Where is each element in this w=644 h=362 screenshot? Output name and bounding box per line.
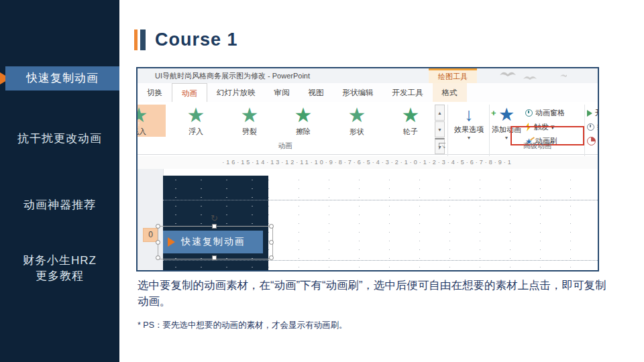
animation-float-in[interactable]: ★↑ 浮入 — [169, 105, 223, 137]
shape-text: 快速复制动画 — [181, 236, 246, 248]
down-arrow-icon: ↓ — [450, 105, 488, 125]
tab-developer[interactable]: 开发工具 — [383, 83, 433, 102]
tab-slideshow[interactable]: 幻灯片放映 — [207, 83, 265, 102]
selection-handle[interactable] — [212, 255, 217, 260]
instruction-paragraph: 选中要复制的动画素材，在“动画”下有“动画刷”，选中后便可自由在想要的素材上点击… — [138, 278, 607, 310]
play-icon — [587, 110, 592, 117]
clock-icon — [587, 123, 594, 131]
tab-shape-edit[interactable]: 形状编辑 — [333, 83, 383, 102]
effect-options-button[interactable]: ↓ 效果选项 ▼ — [450, 105, 488, 140]
animation-wipe[interactable]: ★ 擦除 — [276, 105, 330, 137]
selection-handle[interactable] — [269, 224, 274, 229]
selection-handle[interactable] — [269, 240, 274, 245]
timing-buttons-cut: 开 持 延 — [587, 106, 599, 148]
horizontal-ruler: ·16·15·14·13·12·11·10·9·8·7·6·5·4·3·2·1·… — [138, 156, 598, 170]
star-icon: ★ — [276, 105, 330, 126]
star-icon: ★ — [223, 105, 276, 126]
ribbon: ★↑ 飞入 ★↑ 浮入 ★ 劈裂 ★ 擦除 ★ 形状 ★ 轮子 — [138, 102, 598, 155]
sidebar-item-copy-animation[interactable]: 快速复制动画 — [5, 66, 119, 90]
start-label[interactable]: 开 — [587, 106, 599, 120]
dropdown-caret-icon: ▼ — [450, 135, 488, 140]
star-icon: ★↑ — [169, 105, 223, 126]
contextual-tab-group-drawing-tools: 绘图工具 — [429, 68, 477, 83]
dotted-guide-line — [163, 200, 598, 200]
gallery-scroll-down-icon[interactable]: ▼ — [435, 121, 445, 137]
sidebar-item-change-animation[interactable]: 抗干扰更改动画 — [0, 131, 119, 147]
tab-transitions[interactable]: 切换 — [138, 83, 172, 102]
bullet-triangle-icon — [168, 237, 175, 247]
delay-label[interactable]: 延 — [587, 134, 599, 148]
tab-view[interactable]: 视图 — [299, 83, 333, 102]
ribbon-tab-row: 切换 动画 幻灯片放映 审阅 视图 形状编辑 开发工具 格式 — [138, 83, 598, 102]
heading-accent-bar-orange — [134, 29, 138, 50]
animation-pane-icon — [525, 109, 533, 117]
tab-format[interactable]: 格式 — [433, 83, 467, 102]
star-icon: ★↑ — [136, 105, 166, 126]
animation-fly-in[interactable]: ★↑ 飞入 — [136, 105, 166, 137]
heading-accent-bar-navy — [140, 29, 146, 50]
slide-canvas-area: 0 ↻ 快速复制动画 — [138, 169, 598, 270]
dialog-launcher-icon[interactable]: ↘ — [439, 143, 445, 149]
ppt-window-title: UI导航时尚风格商务展示图为修改 - PowerPoint — [155, 71, 310, 81]
ps-note: * PS：要先选中想要的动画的素材，才会显示有动画刷。 — [138, 320, 607, 331]
selected-text-shape[interactable]: 快速复制动画 — [163, 231, 263, 253]
dotted-guide-line — [163, 260, 598, 261]
selection-handle[interactable] — [156, 240, 160, 245]
rotate-handle-icon[interactable]: ↻ — [211, 213, 218, 223]
selection-handle[interactable] — [156, 255, 160, 260]
slide-page: 快速复制动画 抗干扰更改动画 动画神器推荐 财务小生HRZ 更多教程 Cours… — [0, 0, 644, 362]
animation-split[interactable]: ★ 劈裂 — [223, 105, 276, 137]
ppt-titlebar: UI导航时尚风格商务展示图为修改 - PowerPoint 绘图工具 — [138, 68, 598, 84]
group-label-advanced-animation: 高级动画 — [493, 141, 582, 151]
tab-animations[interactable]: 动画 — [172, 83, 207, 102]
duration-label[interactable]: 持 — [587, 120, 599, 134]
sidebar-item-more-tutorials[interactable]: 财务小生HRZ 更多教程 — [0, 253, 119, 284]
gallery-scroll-up-icon[interactable]: ▲ — [435, 105, 445, 121]
selection-handle[interactable] — [269, 255, 274, 260]
powerpoint-screenshot: UI导航时尚风格商务展示图为修改 - PowerPoint 绘图工具 切换 动画… — [136, 67, 599, 272]
star-icon: ★ — [384, 105, 437, 126]
animation-shape[interactable]: ★ 形状 — [330, 105, 384, 137]
page-title: Course 1 — [155, 29, 238, 50]
star-plus-icon: ★+ — [488, 105, 525, 125]
sidebar: 快速复制动画 抗干扰更改动画 动画神器推荐 财务小生HRZ 更多教程 — [0, 0, 119, 362]
tab-review[interactable]: 审阅 — [265, 83, 299, 102]
group-label-animation: 动画 — [138, 141, 433, 151]
animation-wheel[interactable]: ★ 轮子 — [384, 105, 437, 137]
star-icon: ★ — [330, 105, 384, 126]
sidebar-item-animation-tools[interactable]: 动画神器推荐 — [0, 198, 119, 213]
delay-clock-icon — [587, 137, 596, 145]
animation-pane-button[interactable]: 动画窗格 — [525, 106, 592, 120]
selection-handle[interactable] — [212, 224, 217, 229]
selection-handle[interactable] — [156, 224, 160, 229]
